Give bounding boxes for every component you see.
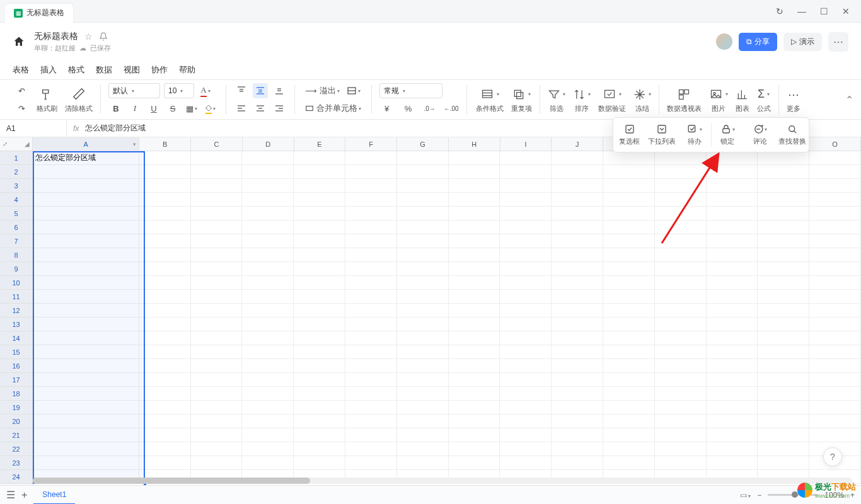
- cell[interactable]: [449, 234, 500, 248]
- cell[interactable]: [345, 220, 397, 234]
- cell[interactable]: [345, 318, 397, 331]
- popup-dropdown[interactable]: 下拉列表: [646, 118, 679, 152]
- cell[interactable]: [191, 359, 243, 373]
- cell[interactable]: [139, 248, 191, 262]
- column-header[interactable]: E: [294, 137, 346, 151]
- cell[interactable]: [33, 276, 139, 290]
- cell[interactable]: [552, 456, 603, 470]
- cell[interactable]: [33, 359, 139, 373]
- cell[interactable]: [707, 220, 758, 234]
- cell[interactable]: [655, 304, 707, 318]
- cell[interactable]: [397, 318, 449, 331]
- row-header[interactable]: 23: [0, 456, 32, 470]
- cell[interactable]: [603, 290, 655, 304]
- cell[interactable]: [758, 345, 809, 359]
- cell[interactable]: [397, 359, 449, 373]
- cell[interactable]: [397, 248, 449, 262]
- cell[interactable]: [294, 262, 345, 276]
- cell[interactable]: [294, 151, 345, 165]
- cell[interactable]: [345, 359, 397, 373]
- cell[interactable]: [552, 428, 603, 442]
- cell[interactable]: [33, 442, 139, 456]
- cell[interactable]: [758, 415, 809, 428]
- cell[interactable]: [758, 262, 809, 276]
- row-header[interactable]: 17: [0, 373, 32, 387]
- cell[interactable]: [33, 304, 139, 318]
- column-header[interactable]: D: [243, 137, 294, 151]
- cell[interactable]: [397, 165, 449, 179]
- cell[interactable]: [397, 290, 449, 304]
- cell[interactable]: [33, 373, 139, 387]
- document-tab[interactable]: ▦ 无标题表格: [5, 4, 73, 23]
- cell[interactable]: [809, 373, 861, 387]
- more-icon[interactable]: ⋯: [788, 86, 799, 103]
- cell[interactable]: [707, 318, 758, 331]
- row-header[interactable]: 18: [0, 387, 32, 401]
- cell[interactable]: [139, 359, 191, 373]
- cell[interactable]: [707, 234, 758, 248]
- cell[interactable]: [139, 415, 191, 428]
- cell[interactable]: [294, 248, 345, 262]
- cell[interactable]: [500, 165, 552, 179]
- cell[interactable]: [655, 165, 707, 179]
- cell[interactable]: [139, 331, 191, 345]
- popup-checkbox[interactable]: 复选框: [613, 118, 646, 152]
- cell[interactable]: [707, 456, 758, 470]
- cell[interactable]: [345, 193, 397, 207]
- menu-format[interactable]: 格式: [68, 64, 84, 76]
- column-header[interactable]: G: [397, 137, 449, 151]
- cell[interactable]: [294, 193, 345, 207]
- document-title[interactable]: 无标题表格: [34, 31, 78, 42]
- cell[interactable]: [345, 345, 397, 359]
- row-header[interactable]: 22: [0, 442, 32, 456]
- cell[interactable]: [603, 387, 655, 401]
- cell[interactable]: [242, 373, 294, 387]
- cell[interactable]: [191, 193, 243, 207]
- cell[interactable]: [603, 415, 655, 428]
- cell[interactable]: [707, 179, 758, 193]
- data-validation-label[interactable]: 数据验证: [598, 104, 626, 113]
- cell[interactable]: [758, 234, 809, 248]
- cell[interactable]: [191, 276, 243, 290]
- cell[interactable]: [500, 345, 552, 359]
- cell[interactable]: [603, 304, 655, 318]
- cell[interactable]: [655, 290, 707, 304]
- sheet-list-icon[interactable]: ☰: [6, 489, 15, 501]
- cell[interactable]: [758, 359, 809, 373]
- cell[interactable]: [603, 331, 655, 345]
- cell[interactable]: [294, 207, 345, 220]
- cell[interactable]: [397, 387, 449, 401]
- cell[interactable]: [242, 442, 294, 456]
- cell[interactable]: [191, 234, 243, 248]
- cell[interactable]: [345, 331, 397, 345]
- cell[interactable]: [345, 373, 397, 387]
- cell[interactable]: [345, 165, 397, 179]
- cell[interactable]: [191, 262, 243, 276]
- row-header[interactable]: 13: [0, 318, 32, 331]
- cell[interactable]: [397, 442, 449, 456]
- close-icon[interactable]: ✕: [842, 6, 850, 16]
- cell[interactable]: [500, 401, 552, 415]
- cell[interactable]: [33, 331, 139, 345]
- cell[interactable]: [809, 179, 861, 193]
- cell[interactable]: [449, 151, 500, 165]
- halign-left-button[interactable]: [234, 101, 249, 116]
- horizontal-scrollbar[interactable]: [33, 478, 852, 484]
- clear-format-label[interactable]: 清除格式: [65, 104, 93, 113]
- cell[interactable]: [191, 442, 243, 456]
- cell[interactable]: [449, 248, 500, 262]
- cell[interactable]: [552, 262, 603, 276]
- cell[interactable]: [345, 304, 397, 318]
- cell[interactable]: [758, 151, 809, 165]
- cell[interactable]: [655, 345, 707, 359]
- cell[interactable]: [552, 318, 603, 331]
- cell[interactable]: [242, 401, 294, 415]
- cell[interactable]: [397, 276, 449, 290]
- cell[interactable]: [242, 318, 294, 331]
- cell[interactable]: [603, 428, 655, 442]
- cell[interactable]: [809, 165, 861, 179]
- cell[interactable]: [242, 345, 294, 359]
- column-header[interactable]: O: [809, 137, 861, 151]
- cell[interactable]: [655, 234, 707, 248]
- cell[interactable]: [191, 373, 243, 387]
